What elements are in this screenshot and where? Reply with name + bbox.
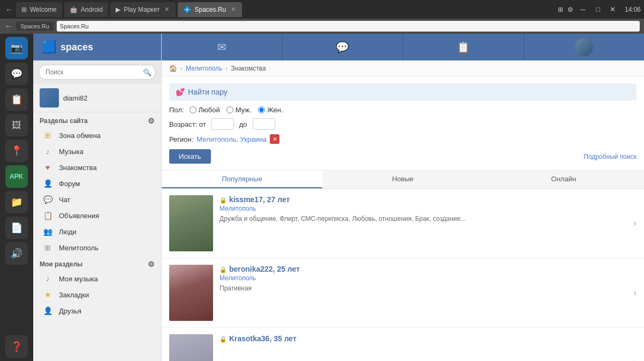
profile-card-2[interactable]: 🔒 beronika222, 25 лет Мелитополь Пративн… (162, 258, 644, 328)
close-button[interactable]: ✕ (608, 4, 618, 15)
sidebar-item-people[interactable]: 👥 Люди (33, 224, 161, 240)
tab-welcome[interactable]: ⊞ spaces Welcome (16, 2, 62, 17)
star-icon: ★ (42, 290, 54, 299)
advanced-search-link[interactable]: Подробный поиск (584, 153, 637, 160)
breadcrumb-city[interactable]: Мелитополь (186, 65, 222, 72)
chevron-right-icon-2: › (633, 265, 637, 321)
age-row: Возраст: от до (169, 118, 637, 130)
friends-icon: 👤 (42, 306, 54, 315)
radio-any[interactable]: Любой (190, 106, 220, 114)
sidebar-item-chat[interactable]: 💬 Чат (33, 191, 161, 208)
addr-back-icon[interactable]: ← (4, 21, 13, 31)
sidebar-item-my-music[interactable]: ♪ Моя музыка (33, 271, 161, 287)
age-from-input[interactable] (211, 118, 234, 130)
os-icon-location[interactable]: 📍 (5, 140, 28, 162)
nav-mail[interactable]: ✉ (162, 34, 283, 60)
user-row[interactable]: diami82 (33, 84, 161, 112)
address-bar: ← Spaces.Ru (0, 19, 644, 34)
age-from-label: Возраст: от (169, 120, 206, 128)
search-input[interactable] (39, 65, 156, 80)
profile-desc-1: Дружба и общение, Флирт, СМС-переписка, … (219, 214, 627, 224)
sidebar-item-friends[interactable]: 👤 Друзья (33, 303, 161, 319)
profile-info-2: 🔒 beronika222, 25 лет Мелитополь Пративн… (219, 265, 627, 321)
region-close-btn[interactable]: ✕ (270, 134, 279, 144)
close-spaces-tab[interactable]: ✕ (229, 6, 237, 13)
nav-messages[interactable]: 💬 (283, 34, 404, 60)
profile-desc-2: Пративная (219, 284, 627, 293)
os-icon-apk[interactable]: APK (5, 165, 28, 188)
nav-feed[interactable]: 📋 (403, 34, 524, 60)
breadcrumb: 🏠 › Мелитополь › Знакомства (162, 60, 644, 77)
result-tabs: Популярные Новые Онлайн (162, 171, 644, 189)
browser-content: 🟦 spaces 🔍 diami82 (33, 34, 644, 361)
welcome-icon: ⊞ (21, 6, 27, 13)
profile-city-2[interactable]: Мелитополь (219, 274, 627, 282)
os-sidebar: 📷 💬 📋 🖼 📍 APK 📁 📄 🔊 ❓ (0, 34, 33, 361)
radio-male-input[interactable] (226, 106, 233, 113)
region-link[interactable]: Мелитополь, Украина (196, 135, 267, 143)
breadcrumb-current: Знакомства (231, 65, 266, 72)
address-input[interactable] (57, 21, 640, 32)
os-icon-photo[interactable]: 🖼 (5, 114, 28, 136)
find-pair-header: 💕 Найти пару (169, 83, 637, 101)
username: diami82 (63, 94, 88, 102)
nav-profile[interactable] (524, 34, 645, 60)
breadcrumb-sep1: › (180, 65, 183, 72)
forum-icon: 👤 (42, 179, 54, 188)
profile-card-3[interactable]: 🔒 Krasotka36, 35 лет › (162, 328, 644, 361)
tab-android[interactable]: 🤖 Android (64, 2, 108, 17)
main-content: ✉ 💬 📋 🏠 › Мелитополь › Знакомства (162, 34, 644, 361)
sidebar-item-music[interactable]: ♪ Музыка (33, 143, 161, 159)
city-icon: ⊞ (42, 243, 54, 252)
home-icon[interactable]: 🏠 (169, 65, 177, 72)
sidebar-item-zone[interactable]: ⊞ Зона обмена (33, 127, 161, 143)
gender-radio-group: Любой Муж. Жен. (190, 106, 283, 114)
search-icon[interactable]: 🔍 (143, 68, 151, 76)
profile-city-1[interactable]: Мелитополь (219, 205, 627, 212)
tab-play-market[interactable]: ▶ Play Маркет ✕ (110, 2, 176, 17)
os-icon-help[interactable]: ❓ (5, 335, 28, 358)
os-icon-sound[interactable]: 🔊 (5, 242, 28, 265)
radio-any-input[interactable] (190, 106, 196, 113)
site-sections-gear-icon[interactable]: ⚙ (148, 117, 155, 125)
play-market-icon: ▶ (116, 6, 120, 13)
os-icon-folder[interactable]: 📁 (5, 191, 28, 213)
music-icon: ♪ (42, 147, 54, 156)
os-icon-notes[interactable]: 📋 (5, 88, 28, 111)
back-button[interactable]: ← (3, 4, 15, 16)
profile-name-3: 🔒 Krasotka36, 35 лет (219, 334, 627, 343)
maximize-button[interactable]: □ (593, 4, 603, 15)
heart-find-icon: 💕 (176, 88, 185, 96)
age-to-input[interactable] (253, 118, 275, 130)
profile-info-3: 🔒 Krasotka36, 35 лет (219, 334, 627, 361)
clock: 14:06 (625, 6, 641, 13)
tab-new[interactable]: Новые (322, 171, 483, 188)
sidebar-item-forum[interactable]: 👤 Форум (33, 175, 161, 191)
my-sections-gear-icon[interactable]: ⚙ (148, 260, 155, 268)
sidebar-item-ads[interactable]: 📋 Объявления (33, 208, 161, 224)
app-container: 📷 💬 📋 🖼 📍 APK 📁 📄 🔊 ❓ 🟦 spaces (0, 34, 644, 361)
os-icon-camera[interactable]: 📷 (5, 37, 28, 59)
sidebar-item-bookmarks[interactable]: ★ Закладки (33, 287, 161, 303)
search-button[interactable]: Искать (169, 149, 211, 164)
tab-popular[interactable]: Популярные (162, 171, 322, 188)
android-icon: 🤖 (70, 6, 78, 13)
age-to-label: до (239, 120, 247, 128)
settings-icon[interactable]: ⚙ (567, 6, 573, 13)
region-label: Регион: (169, 135, 193, 143)
my-sections-header: Мои разделы ⚙ (33, 256, 161, 271)
tab-spaces-ru[interactable]: 💠 Spaces.Ru ✕ (178, 2, 242, 17)
profile-photo-3 (169, 334, 213, 361)
os-icon-chat[interactable]: 💬 (5, 63, 28, 85)
profile-card-1[interactable]: 🔒 kissme17, 27 лет Мелитополь Дружба и о… (162, 189, 644, 258)
tab-online[interactable]: Онлайн (483, 171, 644, 188)
radio-male[interactable]: Муж. (226, 106, 252, 114)
sidebar-item-dating[interactable]: ♥ Знакомства (33, 159, 161, 175)
minimize-button[interactable]: ─ (578, 4, 588, 15)
sidebar-item-city[interactable]: ⊞ Мелитополь (33, 240, 161, 256)
os-icon-document[interactable]: 📄 (5, 217, 28, 239)
radio-female[interactable]: Жен. (258, 106, 283, 114)
radio-female-input[interactable] (258, 106, 265, 113)
ads-icon: 📋 (42, 211, 54, 220)
close-play-market-tab[interactable]: ✕ (163, 6, 170, 13)
